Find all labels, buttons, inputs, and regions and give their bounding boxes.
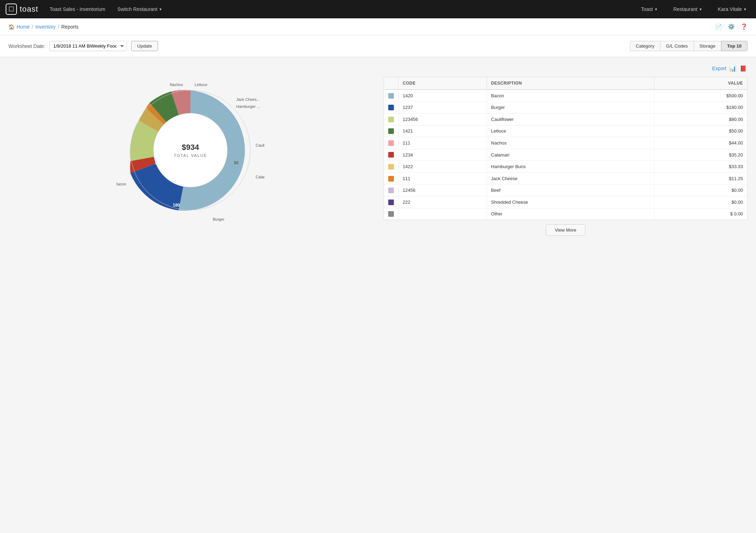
color-swatch <box>388 128 394 134</box>
description-cell: Cauliflower <box>487 114 654 125</box>
chart-area: Nachos Lettuce Jack Chees... Hamburger .… <box>8 64 372 236</box>
code-cell <box>398 208 487 220</box>
value-cell: $0.00 <box>654 196 748 208</box>
user-caret-icon: ▼ <box>743 7 747 11</box>
nachos-label: Nachos <box>170 82 183 87</box>
logo-text: toast <box>20 5 38 14</box>
view-more-button[interactable]: View More <box>546 224 585 236</box>
table-row: 12456Beef$0.00 <box>384 184 748 196</box>
filter-glcodes-button[interactable]: G/L Codes <box>660 41 694 51</box>
bacon-value: 500 <box>155 160 163 165</box>
table-row: 1422Hamburger Buns$33.33 <box>384 161 748 173</box>
value-cell: $80.00 <box>654 114 748 125</box>
table-row: 1234Calamari$35.20 <box>384 149 748 161</box>
breadcrumb-actions: 📄 ⚙️ ❓ <box>715 23 748 30</box>
filter-category-button[interactable]: Category <box>630 41 660 51</box>
logo-icon: ☐ <box>6 4 17 15</box>
settings-icon-button[interactable]: ⚙️ <box>728 23 735 30</box>
description-cell: Burger <box>487 102 654 114</box>
color-swatch-cell <box>384 137 398 149</box>
value-cell: $33.33 <box>654 161 748 173</box>
color-swatch-cell <box>384 90 398 102</box>
code-cell: 111 <box>398 137 487 149</box>
table-row: 123456Cauliflower$80.00 <box>384 114 748 125</box>
help-icon-button[interactable]: ❓ <box>740 23 748 30</box>
nachos-value: 44 <box>181 120 186 125</box>
export-link[interactable]: Export <box>712 66 726 71</box>
filter-top10-button[interactable]: Top 10 <box>721 41 748 51</box>
color-swatch <box>388 152 394 158</box>
pdf-export-icon[interactable]: 📕 <box>739 64 748 73</box>
color-swatch-cell <box>384 114 398 125</box>
code-cell: 1421 <box>398 125 487 137</box>
color-swatch-cell <box>384 208 398 220</box>
inner-hole <box>153 113 227 187</box>
value-cell: $11.25 <box>654 172 748 184</box>
lettuce-label: Lettuce <box>195 82 207 87</box>
breadcrumb-home-link[interactable]: Home <box>17 24 30 30</box>
value-cell: $50.00 <box>654 125 748 137</box>
restaurant-caret-icon: ▼ <box>699 7 702 11</box>
user-menu-button[interactable]: Kara Vitale ▼ <box>714 4 750 14</box>
app-name: Toast Sales - Inventorium <box>50 6 105 12</box>
color-swatch <box>388 140 394 146</box>
value-cell: $500.00 <box>654 90 748 102</box>
color-column-header <box>384 77 398 90</box>
toolbar: Worksheet Date: 1/9/2018 11 AM BiWeekly … <box>0 35 756 57</box>
value-cell: $0.00 <box>654 184 748 196</box>
update-button[interactable]: Update <box>131 41 158 51</box>
color-swatch <box>388 188 394 193</box>
breadcrumb-bar: 🏠 Home / Inventory / Reports 📄 ⚙️ ❓ <box>0 18 756 35</box>
table-header-row: CODE DESCRIPTION VALUE <box>384 77 748 90</box>
value-cell: $44.00 <box>654 137 748 149</box>
color-swatch-cell <box>384 102 398 114</box>
description-column-header: DESCRIPTION <box>487 77 654 90</box>
jack-cheese-label: Jack Chees... <box>236 97 260 102</box>
color-swatch-cell <box>384 184 398 196</box>
color-swatch <box>388 164 394 170</box>
burger-value: 180 <box>173 203 180 208</box>
color-swatch <box>388 200 394 205</box>
export-row: Export 📊 📕 <box>384 64 748 73</box>
value-cell: $180.00 <box>654 102 748 114</box>
cauliflower-value: 80 <box>234 160 239 165</box>
toast-menu-button[interactable]: Toast ▼ <box>638 4 661 14</box>
table-row: 111Jack Cheese$11.25 <box>384 172 748 184</box>
color-swatch-cell <box>384 196 398 208</box>
table-row: 222Shredded Cheese$0.00 <box>384 196 748 208</box>
value-column-header: VALUE <box>654 77 748 90</box>
description-cell: Lettuce <box>487 125 654 137</box>
logo: ☐ toast <box>6 4 38 15</box>
description-cell: Bacon <box>487 90 654 102</box>
value-cell: $ 0.00 <box>654 208 748 220</box>
excel-export-icon[interactable]: 📊 <box>728 64 737 73</box>
restaurant-menu-button[interactable]: Restaurant ▼ <box>670 4 706 14</box>
table-row: 111Nachos$44.00 <box>384 137 748 149</box>
color-swatch-cell <box>384 172 398 184</box>
switch-restaurant-button[interactable]: Switch Restaurant ▼ <box>114 4 166 14</box>
main-content: Nachos Lettuce Jack Chees... Hamburger .… <box>0 57 756 243</box>
color-swatch-cell <box>384 125 398 137</box>
bacon-label: Bacon <box>116 182 126 186</box>
toast-caret-icon: ▼ <box>654 7 658 11</box>
description-cell: Nachos <box>487 137 654 149</box>
description-cell: Beef <box>487 184 654 196</box>
table-row: 1421Lettuce$50.00 <box>384 125 748 137</box>
breadcrumb-reports: Reports <box>61 24 79 30</box>
table-row: 1420Bacon$500.00 <box>384 90 748 102</box>
cauliflower-label: Cauliflowe... <box>256 143 264 147</box>
filter-storage-button[interactable]: Storage <box>694 41 722 51</box>
hamburger-label: Hamburger ... <box>236 104 260 109</box>
color-swatch <box>388 105 394 110</box>
code-cell: 1422 <box>398 161 487 173</box>
description-cell: Calamari <box>487 149 654 161</box>
worksheet-date-select[interactable]: 1/9/2018 11 AM BiWeekly Food <box>49 41 127 51</box>
code-cell: 1234 <box>398 149 487 161</box>
code-cell: 123456 <box>398 114 487 125</box>
inventory-table: CODE DESCRIPTION VALUE 1420Bacon$500.001… <box>384 77 748 220</box>
description-cell: Shredded Cheese <box>487 196 654 208</box>
document-icon-button[interactable]: 📄 <box>715 23 722 30</box>
breadcrumb-inventory-link[interactable]: Inventory <box>35 24 56 30</box>
breadcrumb: 🏠 Home / Inventory / Reports <box>8 24 79 30</box>
color-swatch <box>388 176 394 182</box>
